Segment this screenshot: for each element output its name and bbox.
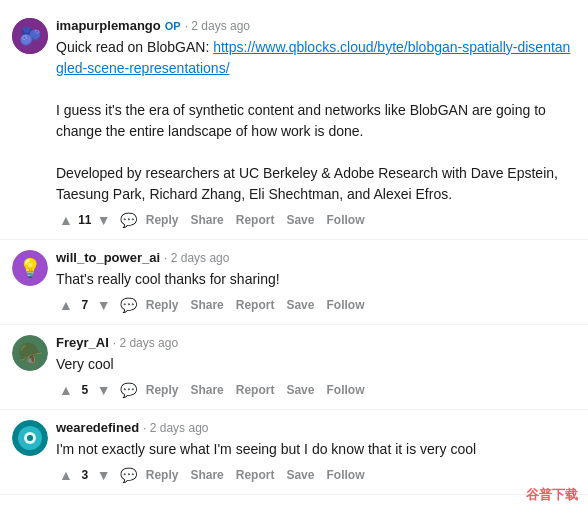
comment-4: wearedefined · 2 days ago I'm not exactl… <box>0 410 588 495</box>
save-btn-1[interactable]: Save <box>283 211 317 229</box>
save-btn-2[interactable]: Save <box>283 296 317 314</box>
share-btn-4[interactable]: Share <box>187 466 226 484</box>
timestamp-3: · 2 days ago <box>113 336 178 350</box>
timestamp-1: · 2 days ago <box>185 19 250 33</box>
actions-1: ▲ 11 ▼ 💬 Reply Share Report Save Follow <box>56 211 576 229</box>
vote-count-2: 7 <box>78 298 92 312</box>
comment-text-3: Very cool <box>56 354 576 375</box>
svg-text:🫐: 🫐 <box>19 25 42 47</box>
avatar-2: 💡 <box>12 250 48 286</box>
username-4: wearedefined <box>56 420 139 435</box>
comment-text-1: Quick read on BlobGAN: https://www.qbloc… <box>56 37 576 205</box>
report-btn-3[interactable]: Report <box>233 381 278 399</box>
comment-body-2: will_to_power_ai · 2 days ago That's rea… <box>56 250 576 314</box>
reply-icon-2: 💬 <box>120 297 137 313</box>
downvote-3[interactable]: ▼ <box>94 381 114 399</box>
comment-header-4: wearedefined · 2 days ago <box>56 420 576 435</box>
follow-btn-3[interactable]: Follow <box>323 381 367 399</box>
username-2: will_to_power_ai <box>56 250 160 265</box>
reply-btn-1[interactable]: Reply <box>143 211 182 229</box>
avatar-3: 🪖 <box>12 335 48 371</box>
comment-body-1: imapurplemango OP · 2 days ago Quick rea… <box>56 18 576 229</box>
comment-2: 💡 will_to_power_ai · 2 days ago That's r… <box>0 240 588 325</box>
username-3: Freyr_AI <box>56 335 109 350</box>
upvote-3[interactable]: ▲ <box>56 381 76 399</box>
share-btn-3[interactable]: Share <box>187 381 226 399</box>
comment-header-3: Freyr_AI · 2 days ago <box>56 335 576 350</box>
vote-group-1: ▲ 11 ▼ <box>56 211 114 229</box>
reply-icon-1: 💬 <box>120 212 137 228</box>
timestamp-2: · 2 days ago <box>164 251 229 265</box>
reply-btn-3[interactable]: Reply <box>143 381 182 399</box>
avatar: 🫐 <box>12 18 48 54</box>
comment-text-2: That's really cool thanks for sharing! <box>56 269 576 290</box>
vote-group-4: ▲ 3 ▼ <box>56 466 114 484</box>
report-btn-2[interactable]: Report <box>233 296 278 314</box>
upvote-2[interactable]: ▲ <box>56 296 76 314</box>
comment-text-4: I'm not exactly sure what I'm seeing but… <box>56 439 576 460</box>
vote-count-4: 3 <box>78 468 92 482</box>
timestamp-4: · 2 days ago <box>143 421 208 435</box>
username-1: imapurplemango <box>56 18 161 33</box>
vote-group-3: ▲ 5 ▼ <box>56 381 114 399</box>
downvote-1[interactable]: ▼ <box>94 211 114 229</box>
svg-point-9 <box>27 435 33 441</box>
report-btn-4[interactable]: Report <box>233 466 278 484</box>
follow-btn-2[interactable]: Follow <box>323 296 367 314</box>
actions-3: ▲ 5 ▼ 💬 Reply Share Report Save Follow <box>56 381 576 399</box>
vote-count-3: 5 <box>78 383 92 397</box>
reply-btn-2[interactable]: Reply <box>143 296 182 314</box>
comment-1: 🫐 imapurplemango OP · 2 days ago Quick r… <box>0 8 588 240</box>
svg-text:💡: 💡 <box>19 257 42 279</box>
downvote-4[interactable]: ▼ <box>94 466 114 484</box>
upvote-4[interactable]: ▲ <box>56 466 76 484</box>
comment-header-2: will_to_power_ai · 2 days ago <box>56 250 576 265</box>
upvote-1[interactable]: ▲ <box>56 211 76 229</box>
share-btn-2[interactable]: Share <box>187 296 226 314</box>
downvote-2[interactable]: ▼ <box>94 296 114 314</box>
report-btn-1[interactable]: Report <box>233 211 278 229</box>
vote-group-2: ▲ 7 ▼ <box>56 296 114 314</box>
op-badge-1: OP <box>165 20 181 32</box>
comment-3: 🪖 Freyr_AI · 2 days ago Very cool ▲ 5 ▼ … <box>0 325 588 410</box>
comment-body-3: Freyr_AI · 2 days ago Very cool ▲ 5 ▼ 💬 … <box>56 335 576 399</box>
blobgan-link[interactable]: https://www.qblocks.cloud/byte/blobgan-s… <box>56 39 570 76</box>
svg-text:🪖: 🪖 <box>18 341 43 365</box>
reply-icon-4: 💬 <box>120 467 137 483</box>
reply-icon-3: 💬 <box>120 382 137 398</box>
save-btn-3[interactable]: Save <box>283 381 317 399</box>
comment-body-4: wearedefined · 2 days ago I'm not exactl… <box>56 420 576 484</box>
share-btn-1[interactable]: Share <box>187 211 226 229</box>
reply-btn-4[interactable]: Reply <box>143 466 182 484</box>
actions-2: ▲ 7 ▼ 💬 Reply Share Report Save Follow <box>56 296 576 314</box>
vote-count-1: 11 <box>78 213 92 227</box>
comment-header-1: imapurplemango OP · 2 days ago <box>56 18 576 33</box>
avatar-4 <box>12 420 48 456</box>
follow-btn-1[interactable]: Follow <box>323 211 367 229</box>
save-btn-4[interactable]: Save <box>283 466 317 484</box>
follow-btn-4[interactable]: Follow <box>323 466 367 484</box>
actions-4: ▲ 3 ▼ 💬 Reply Share Report Save Follow <box>56 466 576 484</box>
